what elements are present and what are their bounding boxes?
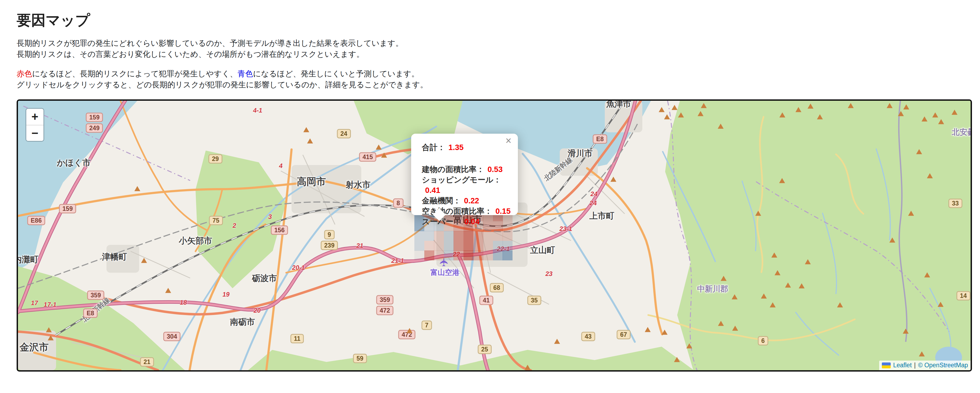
popup-factor-row: 建物の面積比率：0.53 <box>422 164 518 175</box>
popup-factor-value: 0.41 <box>425 186 440 195</box>
risk-grid-cell[interactable] <box>463 241 473 251</box>
description-line-1: 長期的リスクが犯罪の発生にどれぐらい影響しているのか、予測モデルが導き出した結果… <box>17 39 403 48</box>
popup-total-label: 合計： <box>422 143 445 152</box>
risk-grid-cell[interactable] <box>463 250 473 260</box>
risk-grid-cell[interactable] <box>453 231 463 241</box>
leaflet-map[interactable]: かほく市内灘町津幡町金沢市小矢部市砺波市南砺市高岡市射水市富山市滑川市魚津市上市… <box>17 99 972 372</box>
popup-factor-label: 空き地の面積比率： <box>422 207 492 216</box>
page-content: 要因マップ 長期的リスクが犯罪の発生にどれぐらい影響しているのか、予測モデルが導… <box>0 0 980 372</box>
risk-grid-cell[interactable] <box>483 231 493 241</box>
risk-grid-cell[interactable] <box>473 250 483 260</box>
risk-grid-cell[interactable] <box>473 241 483 251</box>
risk-grid-cell[interactable] <box>493 231 503 241</box>
popup-factor-label: 建物の面積比率： <box>422 165 484 174</box>
popup-factor-row: 金融機関：0.22 <box>422 196 518 206</box>
description-paragraph-1: 長期的リスクが犯罪の発生にどれぐらい影響しているのか、予測モデルが導き出した結果… <box>17 38 980 60</box>
risk-grid-cell[interactable] <box>444 241 454 251</box>
popup-total-row: 合計：1.35 <box>422 142 518 153</box>
risk-grid-cell[interactable] <box>503 250 512 260</box>
risk-grid-cell[interactable] <box>453 241 463 251</box>
risk-grid-cell[interactable] <box>483 241 493 251</box>
risk-grid-cell[interactable] <box>493 241 503 251</box>
risk-grid-cell[interactable] <box>473 231 483 241</box>
risk-grid-cell[interactable] <box>434 241 444 251</box>
risk-grid-cell[interactable] <box>483 250 493 260</box>
risk-grid-cell[interactable] <box>424 231 434 241</box>
risk-grid-cell[interactable] <box>444 231 454 241</box>
popup-factor-label: ショッピングモール： <box>422 176 501 184</box>
risk-grid-cell[interactable] <box>434 250 444 260</box>
risk-grid-cell[interactable] <box>414 231 424 241</box>
description-line-2: 長期的リスクは、その言葉どおり変化しにくいため、その場所がもつ潜在的なリスクとい… <box>17 50 364 59</box>
risk-grid-cell[interactable] <box>414 250 424 260</box>
popup-close-button[interactable]: × <box>504 135 513 146</box>
risk-grid-cell[interactable] <box>444 250 454 260</box>
description-line-3b: になるほど、発生しにくいと予測しています。 <box>253 70 419 78</box>
risk-grid-cell[interactable] <box>414 241 424 251</box>
description-line-3a: になるほど、長期的リスクによって犯罪が発生しやすく、 <box>32 70 238 78</box>
popup-total-value: 1.35 <box>449 143 463 152</box>
risk-grid-cell[interactable] <box>503 231 512 241</box>
zoom-in-button[interactable]: + <box>26 109 43 125</box>
risk-grid-cell[interactable] <box>503 241 512 251</box>
grid-cell-popup: × 合計：1.35 建物の面積比率：0.53ショッピングモール：0.41金融機関… <box>411 134 518 215</box>
map-attribution: Leaflet | © OpenStreetMap <box>879 361 970 370</box>
popup-factor-row: ショッピングモール：0.41 <box>422 175 518 196</box>
popup-factor-value: 0.15 <box>495 207 511 216</box>
openstreetmap-link[interactable]: © OpenStreetMap <box>918 362 968 369</box>
attribution-separator: | <box>914 362 916 369</box>
ukraine-flag-icon <box>882 363 891 368</box>
description-line-4: グリッドセルをクリックすると、どの長期的リスクが犯罪の発生に影響しているのか、詳… <box>17 80 428 89</box>
zoom-control: + − <box>25 108 44 142</box>
popup-factor-value: 0.22 <box>464 196 479 205</box>
risk-grid-cell[interactable] <box>424 250 434 260</box>
zoom-out-button[interactable]: − <box>26 125 43 141</box>
blue-legend-word: 青色 <box>238 70 253 78</box>
red-legend-word: 赤色 <box>17 70 32 78</box>
page-title: 要因マップ <box>17 11 980 30</box>
risk-grid-cell[interactable] <box>493 250 503 260</box>
leaflet-link[interactable]: Leaflet <box>893 362 912 369</box>
risk-grid-cell[interactable] <box>424 241 434 251</box>
risk-grid-cell[interactable] <box>463 231 473 241</box>
risk-grid-cell[interactable] <box>434 231 444 241</box>
popup-factor-label: 金融機関： <box>422 196 461 205</box>
risk-grid-cell[interactable] <box>453 250 463 260</box>
description-paragraph-2: 赤色になるほど、長期的リスクによって犯罪が発生しやすく、青色になるほど、発生しに… <box>17 68 980 90</box>
popup-factor-value: 0.53 <box>488 165 503 174</box>
popup-factor-value: 0.04 <box>464 217 479 226</box>
